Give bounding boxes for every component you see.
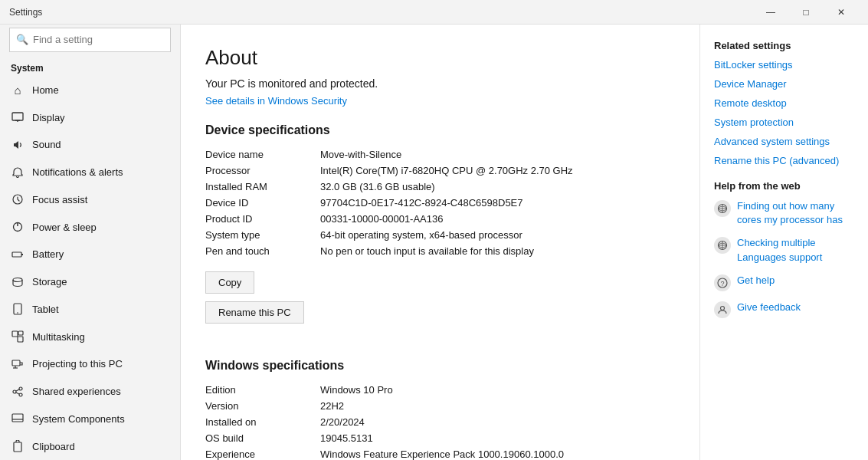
titlebar-controls: — □ ✕ <box>753 0 859 25</box>
sidebar-item-multitasking[interactable]: Multitasking <box>0 323 180 350</box>
sidebar-item-tablet[interactable]: Tablet <box>0 295 180 323</box>
right-panel: Related settings BitLocker settingsDevic… <box>699 25 868 460</box>
get-help-item: ? Get help <box>714 274 854 291</box>
svg-rect-9 <box>12 331 18 337</box>
copy-button-1[interactable]: Copy <box>205 271 254 294</box>
related-link[interactable]: Rename this PC (advanced) <box>714 155 854 166</box>
minimize-button[interactable]: — <box>753 0 788 25</box>
table-row: Product ID00331-10000-00001-AA136 <box>205 211 675 227</box>
sidebar-item-projecting[interactable]: Projecting to this PC <box>0 350 180 378</box>
help-item: Finding out how many cores my processor … <box>714 199 854 227</box>
sidebar-item-label: Battery <box>32 248 64 260</box>
search-box[interactable]: 🔍 <box>9 28 171 52</box>
svg-line-18 <box>16 389 19 391</box>
search-input[interactable] <box>33 34 164 45</box>
spec-label: Product ID <box>205 211 320 227</box>
components-icon <box>11 412 25 426</box>
spec-value: 00331-10000-00001-AA136 <box>320 211 675 227</box>
display-icon <box>11 110 25 124</box>
spec-value: Windows 10 Pro <box>320 382 675 398</box>
see-details-link[interactable]: See details in Windows Security <box>205 95 347 107</box>
maximize-button[interactable]: □ <box>788 0 824 25</box>
table-row: EditionWindows 10 Pro <box>205 382 675 398</box>
tablet-icon <box>11 302 25 316</box>
focus-icon <box>11 192 25 206</box>
power-icon <box>11 220 25 234</box>
sidebar-item-label: Storage <box>32 276 67 288</box>
shared-icon <box>11 385 25 399</box>
help-web-icon <box>714 200 731 217</box>
table-row: Pen and touchNo pen or touch input is av… <box>205 243 675 259</box>
windows-specs-table: EditionWindows 10 ProVersion22H2Installe… <box>205 382 675 460</box>
sidebar-item-display[interactable]: Display <box>0 104 180 131</box>
sidebar-item-focus[interactable]: Focus assist <box>0 186 180 214</box>
spec-label: Installed on <box>205 414 320 430</box>
spec-label: OS build <box>205 430 320 446</box>
table-row: Version22H2 <box>205 398 675 414</box>
table-row: OS build19045.5131 <box>205 430 675 446</box>
multitasking-icon <box>11 330 25 343</box>
sidebar-item-label: Home <box>32 84 59 96</box>
sidebar-item-clipboard[interactable]: Clipboard <box>0 432 180 460</box>
spec-label: Installed RAM <box>205 179 320 195</box>
spec-label: Experience <box>205 446 320 460</box>
help-link[interactable]: Checking multiple Languages support <box>737 236 854 264</box>
related-link[interactable]: Remote desktop <box>714 97 854 109</box>
spec-label: Device ID <box>205 195 320 211</box>
sidebar-item-shared[interactable]: Shared experiences <box>0 378 180 406</box>
svg-line-19 <box>16 393 19 394</box>
svg-rect-22 <box>14 442 21 452</box>
clipboard-icon <box>11 439 25 453</box>
svg-rect-11 <box>18 331 23 335</box>
get-help-link[interactable]: Get help <box>737 274 775 288</box>
related-link[interactable]: Device Manager <box>714 78 854 90</box>
related-link[interactable]: Advanced system settings <box>714 136 854 147</box>
svg-point-8 <box>17 313 18 314</box>
svg-rect-20 <box>12 414 23 422</box>
spec-value: 22H2 <box>320 398 675 414</box>
sidebar: 🔍 System ⌂ Home Display Sound Notificati… <box>0 25 181 460</box>
spec-value: No pen or touch input is available for t… <box>320 243 675 259</box>
help-web-icon <box>714 237 731 254</box>
get-help-icon: ? <box>714 274 731 291</box>
help-link[interactable]: Finding out how many cores my processor … <box>737 199 854 227</box>
app-body: 🔍 System ⌂ Home Display Sound Notificati… <box>0 25 868 460</box>
search-icon: 🔍 <box>16 34 28 45</box>
related-settings-title: Related settings <box>714 40 854 51</box>
sidebar-item-storage[interactable]: Storage <box>0 268 180 296</box>
spec-label: Version <box>205 398 320 414</box>
notifications-icon <box>11 166 25 179</box>
give-feedback-item: Give feedback <box>714 301 854 318</box>
svg-rect-0 <box>12 113 23 120</box>
svg-point-17 <box>19 393 22 396</box>
table-row: ProcessorIntel(R) Core(TM) i7-6820HQ CPU… <box>205 163 675 179</box>
rename-button[interactable]: Rename this PC <box>205 301 304 324</box>
sidebar-item-label: Clipboard <box>32 441 75 452</box>
spec-value: Move-with-Silence <box>320 146 675 163</box>
related-link[interactable]: BitLocker settings <box>714 59 854 71</box>
sidebar-item-battery[interactable]: Battery <box>0 241 180 268</box>
sidebar-item-label: Display <box>32 112 65 123</box>
spec-value: 32.0 GB (31.6 GB usable) <box>320 179 675 195</box>
sound-icon <box>11 138 25 152</box>
device-specs-table: Device nameMove-with-SilenceProcessorInt… <box>205 146 675 259</box>
sidebar-item-home[interactable]: ⌂ Home <box>0 77 180 104</box>
sidebar-item-components[interactable]: System Components <box>0 405 180 432</box>
spec-label: Processor <box>205 163 320 179</box>
spec-value: 2/20/2024 <box>320 414 675 430</box>
give-feedback-link[interactable]: Give feedback <box>737 301 801 314</box>
titlebar: Settings — □ ✕ <box>0 0 868 25</box>
close-button[interactable]: ✕ <box>824 0 859 25</box>
device-section-title: Device specifications <box>205 123 675 137</box>
sidebar-item-notifications[interactable]: Notifications & alerts <box>0 159 180 186</box>
table-row: Device ID97704C1D-0E17-412C-8924-C48C659… <box>205 195 675 211</box>
spec-label: System type <box>205 227 320 243</box>
help-item: Checking multiple Languages support <box>714 236 854 264</box>
related-link[interactable]: System protection <box>714 117 854 128</box>
sidebar-item-power[interactable]: Power & sleep <box>0 213 180 241</box>
table-row: Installed on2/20/2024 <box>205 414 675 430</box>
sidebar-item-label: System Components <box>32 413 125 425</box>
sidebar-item-label: Projecting to this PC <box>32 358 123 370</box>
table-row: ExperienceWindows Feature Experience Pac… <box>205 446 675 460</box>
sidebar-item-sound[interactable]: Sound <box>0 131 180 159</box>
